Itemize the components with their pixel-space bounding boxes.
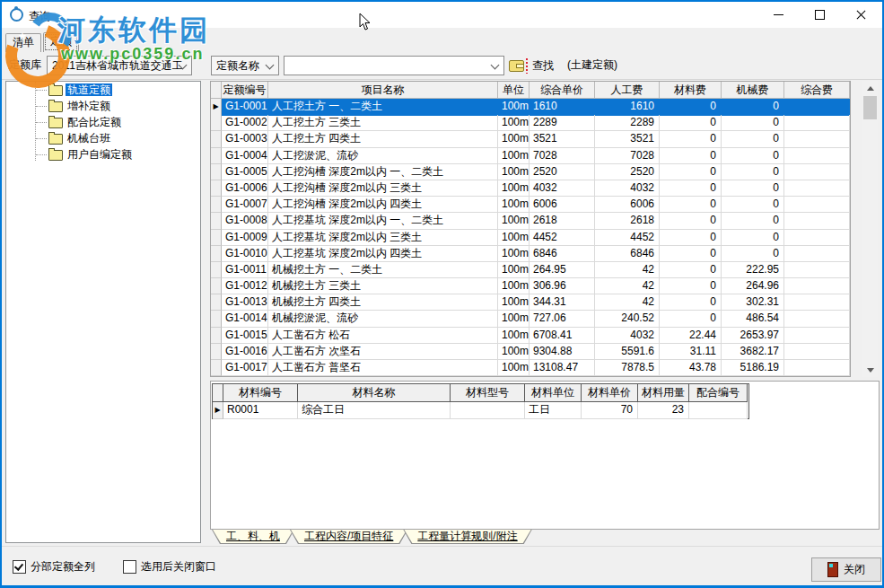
column-header[interactable]: 配合编号	[689, 384, 748, 402]
tree-item[interactable]: 轨道定额	[6, 82, 200, 98]
cell: 0	[722, 115, 784, 131]
column-header[interactable]: 材料型号	[451, 384, 525, 402]
chevron-down-icon	[266, 61, 275, 70]
cell: 100m3	[498, 180, 530, 197]
column-header[interactable]: 材料单位	[525, 384, 582, 402]
checkbox[interactable]	[13, 560, 26, 574]
column-header[interactable]: 综合费	[784, 82, 850, 99]
row-indicator	[211, 213, 222, 229]
cell: 0	[722, 197, 784, 213]
cell: G1-0001	[222, 99, 268, 116]
scroll-up-button[interactable]	[862, 81, 878, 95]
tree-item[interactable]: 用户自编定额	[6, 146, 200, 162]
top-tab[interactable]: 定额	[43, 32, 79, 52]
column-header[interactable]: 材料费	[660, 82, 722, 99]
table-row[interactable]: G1-0014机械挖淤泥、流砂100m3727.06240.520486.54	[211, 311, 850, 327]
cell	[784, 99, 850, 116]
table-row[interactable]: G1-0006人工挖沟槽 深度2m以内 三类土100m34032403200	[211, 180, 850, 197]
cell	[784, 278, 850, 294]
row-indicator	[211, 115, 222, 131]
column-header[interactable]: 材料用量	[638, 384, 689, 402]
tree-item[interactable]: 配合比定额	[6, 114, 200, 130]
cell: 综合工日	[298, 402, 451, 419]
checkbox-label: 分部定额全列	[31, 559, 95, 575]
library-combobox[interactable]: 2011吉林省城市轨道交通工	[47, 56, 192, 75]
table-row[interactable]: G1-0016人工凿石方 次坚石100m39304.885591.631.113…	[211, 344, 850, 360]
table-row[interactable]: G1-0005人工挖沟槽 深度2m以内 一、二类土100m32520252000	[211, 164, 850, 180]
quota-body: ▶G1-0001人工挖土方 一、二类土100m31610161000G1-000…	[211, 99, 850, 376]
cell: 100m3	[498, 311, 530, 327]
close-button[interactable]	[841, 2, 882, 28]
cell: 302.31	[722, 294, 784, 311]
cell	[784, 344, 850, 360]
search-combobox[interactable]	[284, 56, 504, 75]
cell: 100m3	[498, 328, 530, 344]
table-row[interactable]: ▶G1-0001人工挖土方 一、二类土100m31610161000	[211, 99, 850, 115]
tree-item[interactable]: 增补定额	[6, 98, 200, 114]
table-row[interactable]: ▶R0001综合工日工日7023	[213, 402, 748, 418]
table-row[interactable]: G1-0008人工挖基坑 深度2m以内 一、二类土100m32618261800	[211, 213, 850, 229]
scroll-down-button[interactable]	[862, 363, 878, 377]
table-row[interactable]: G1-0011机械挖土方 一、二类土100m3264.95420222.95	[211, 262, 850, 278]
cell: 0	[660, 230, 722, 246]
table-row[interactable]: G1-0010人工挖基坑 深度2m以内 四类土100m36846684600	[211, 246, 850, 262]
row-indicator	[211, 360, 222, 376]
cell: 4452	[530, 230, 595, 246]
cell: 70	[582, 402, 638, 419]
cell: 100m3	[498, 164, 530, 180]
name-filter-combobox[interactable]: 定额名称	[211, 56, 279, 75]
bottom-tab[interactable]: 工、料、机	[212, 530, 294, 544]
bottom-tab[interactable]: 工程内容/项目特征	[290, 530, 407, 544]
column-header[interactable]: 项目名称	[268, 82, 498, 99]
table-row[interactable]: G1-0002人工挖土方 三类土100m32289228900	[211, 115, 850, 131]
column-header[interactable]: 综合单价	[530, 82, 595, 99]
cell: 2618	[595, 213, 660, 229]
cell: 42	[595, 262, 660, 278]
table-row[interactable]: G1-0009人工挖基坑 深度2m以内 三类土100m34452445200	[211, 230, 850, 246]
cell: G1-0008	[222, 213, 268, 229]
bottom-tab-label: 工、料、机	[212, 530, 294, 543]
table-row[interactable]: G1-0007人工挖沟槽 深度2m以内 四类土100m36006600600	[211, 197, 850, 213]
pointing-hand-icon	[509, 60, 524, 72]
row-indicator	[211, 344, 222, 360]
table-row[interactable]: G1-0003人工挖土方 四类土100m33521352100	[211, 131, 850, 147]
cell: G1-0010	[222, 246, 268, 262]
material-panel: 材料编号材料名称材料型号材料单位材料单价材料用量配合编号 ▶R0001综合工日工…	[210, 381, 880, 530]
cell: 人工挖土方 四类土	[268, 131, 498, 147]
close-window-button[interactable]: 关闭	[811, 557, 881, 582]
table-row[interactable]: G1-0012机械挖土方 三类土100m3306.96420264.96	[211, 278, 850, 294]
cell: 0	[660, 148, 722, 164]
column-header[interactable]: 材料单价	[582, 384, 638, 402]
cell: 0	[722, 148, 784, 164]
cell	[784, 164, 850, 180]
cell: 人工凿石方 普坚石	[268, 360, 498, 376]
cell: G1-0006	[222, 180, 268, 197]
cell: 0	[660, 131, 722, 147]
minimize-button[interactable]	[758, 2, 800, 28]
cell: 100m3	[498, 148, 530, 164]
column-header[interactable]: 定额编号	[222, 82, 268, 99]
table-row[interactable]: G1-0017人工凿石方 普坚石100m313108.477878.543.78…	[211, 360, 850, 376]
column-header[interactable]: 材料名称	[298, 384, 451, 402]
column-header[interactable]: 人工费	[595, 82, 660, 99]
table-row[interactable]: G1-0004人工挖淤泥、流砂100m37028702800	[211, 148, 850, 164]
tree-item[interactable]: 机械台班	[6, 130, 200, 146]
table-row[interactable]: G1-0013机械挖土方 四类土100m3344.31420302.31	[211, 294, 850, 311]
cell: 6708.41	[530, 328, 595, 344]
maximize-button[interactable]	[800, 2, 841, 28]
bottom-tab[interactable]: 工程量计算规则/附注	[403, 530, 531, 544]
checkbox-label: 选用后关闭窗口	[141, 559, 216, 575]
cell: 344.31	[530, 294, 595, 311]
checkbox[interactable]	[123, 560, 136, 574]
title-bar: 查询	[2, 2, 882, 28]
column-header[interactable]: 单位	[498, 82, 530, 99]
cell: 0	[660, 197, 722, 213]
top-tab[interactable]: 清单	[5, 33, 41, 52]
column-header[interactable]: 机械费	[722, 82, 784, 99]
scrollbar-thumb[interactable]	[863, 96, 877, 119]
column-header[interactable]: 材料编号	[223, 384, 298, 402]
find-button[interactable]: 查找	[509, 57, 554, 75]
table-row[interactable]: G1-0015人工凿石方 松石100m36708.41403222.442653…	[211, 328, 850, 344]
cell: 7028	[595, 148, 660, 164]
vertical-scrollbar[interactable]	[862, 81, 878, 377]
